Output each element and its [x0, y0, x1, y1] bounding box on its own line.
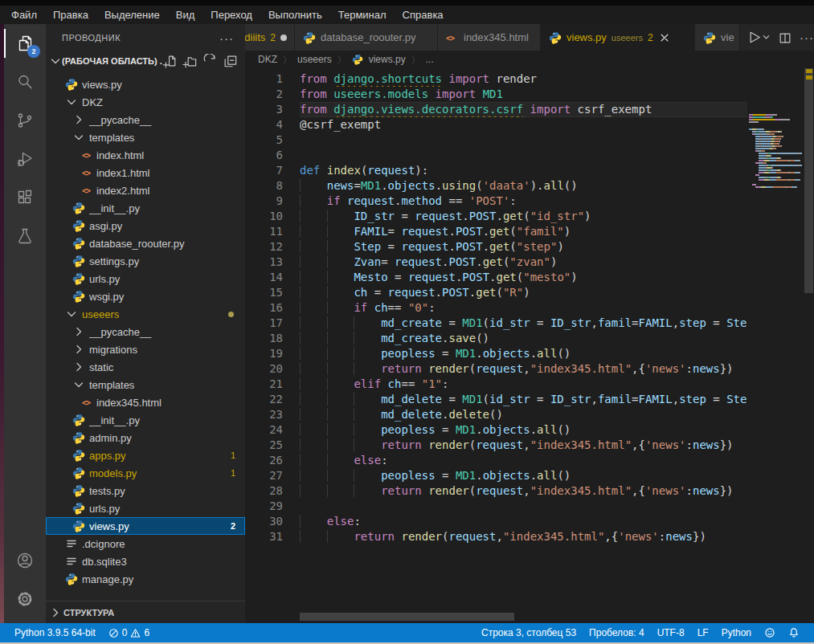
tree-file-views-py[interactable]: views.py2	[46, 517, 245, 535]
eol-status[interactable]: LF	[691, 623, 715, 642]
split-editor-button[interactable]	[778, 31, 792, 45]
problems-status[interactable]: 0 6	[102, 623, 156, 642]
line-number: 21	[245, 377, 283, 392]
workspace-section-header[interactable]: (РАБОЧАЯ ОБЛАСТЬ) ...	[46, 51, 245, 71]
tree-file-index1-html[interactable]: <>index1.html	[46, 164, 245, 181]
code-line: 21 elif ch== "1":	[245, 377, 814, 392]
more-actions-icon[interactable]: ···	[219, 31, 234, 45]
activity-extensions-button[interactable]	[4, 178, 46, 217]
breadcrumb[interactable]: DKZ〉useeers〉views.py〉...	[245, 51, 814, 68]
tree-file-index-html[interactable]: <>index.html	[46, 146, 245, 164]
code-editor[interactable]: 1from django.shortcuts import render2fro…	[245, 68, 814, 623]
notifications-bell-icon[interactable]	[782, 623, 806, 642]
tree-file-index345-html[interactable]: <>index345.html	[46, 393, 245, 411]
code-token	[381, 377, 387, 390]
new-file-icon[interactable]	[162, 54, 177, 68]
line-number: 17	[245, 316, 283, 331]
tree-folder-DKZ[interactable]: DKZ	[46, 93, 245, 111]
tree-item-label: static	[89, 361, 245, 373]
breadcrumb-item-3[interactable]: ...	[426, 54, 434, 65]
encoding-status[interactable]: UTF-8	[651, 623, 691, 642]
code-line: 4@csrf_exempt	[245, 117, 814, 132]
vertical-scrollbar-thumb[interactable]	[804, 68, 813, 293]
tree-file--init-py[interactable]: __init__.py	[46, 411, 245, 429]
minimap[interactable]	[749, 114, 804, 189]
tab-diiits[interactable]: diiits2	[245, 24, 295, 51]
menu-item-2[interactable]: Выделение	[96, 6, 168, 24]
breadcrumb-separator: 〉	[283, 54, 292, 66]
tree-file-manage-py[interactable]: manage.py	[46, 570, 245, 588]
cursor-position-status[interactable]: Строка 3, столбец 53	[475, 623, 583, 642]
tree-folder--pycache-[interactable]: __pycache__	[46, 323, 245, 340]
tree-file-views-py[interactable]: views.py	[46, 75, 245, 93]
horizontal-scrollbar-thumb[interactable]	[300, 613, 514, 621]
tab-database-roouter-py[interactable]: database_roouter.py	[295, 24, 438, 51]
tree-folder-templates[interactable]: templates	[46, 128, 245, 146]
run-python-file-button[interactable]	[747, 30, 771, 45]
refresh-explorer-icon[interactable]	[202, 54, 217, 68]
python-file-icon	[72, 449, 85, 462]
minimap-token	[749, 177, 759, 178]
breadcrumb-item-0[interactable]: DKZ	[258, 54, 277, 65]
tab-vie[interactable]: vie	[695, 24, 740, 51]
tree-folder-static[interactable]: static	[46, 358, 245, 376]
tree-file-database-roouter-py[interactable]: database_roouter.py	[46, 234, 245, 252]
tree-file-admin-py[interactable]: admin.py	[46, 429, 245, 446]
line-number: 31	[245, 529, 283, 544]
python-interpreter-status[interactable]: Python 3.9.5 64-bit	[8, 623, 102, 642]
language-mode-status[interactable]: Python	[715, 623, 758, 642]
breadcrumb-item-1[interactable]: useeers	[297, 54, 332, 65]
activity-testing-button[interactable]	[4, 217, 46, 255]
tree-file-models-py[interactable]: models.py1	[46, 464, 245, 482]
activity-explorer-button[interactable]: 2	[4, 24, 46, 63]
code-token	[300, 332, 381, 344]
tree-file--init-py[interactable]: __init__.py	[46, 199, 245, 217]
breadcrumb-item-2[interactable]: views.py	[369, 54, 406, 65]
tree-file-settings-py[interactable]: settings.py	[46, 252, 245, 270]
activity-search-button[interactable]	[4, 63, 46, 101]
tab-views-py[interactable]: views.pyuseeers2	[541, 24, 695, 51]
code-token: ID_str	[550, 393, 591, 406]
tree-file-index2-html[interactable]: <>index2.html	[46, 181, 245, 199]
tree-file-tests-py[interactable]: tests.py	[46, 482, 245, 499]
feedback-smiley-icon[interactable]	[758, 623, 782, 642]
tree-file-urls-py[interactable]: urls.py	[46, 270, 245, 287]
tree-file-asgi-py[interactable]: asgi.py	[46, 217, 245, 234]
menu-item-5[interactable]: Выполнить	[260, 6, 330, 24]
tree-file-wsgi-py[interactable]: wsgi.py	[46, 287, 245, 305]
tree-folder-templates[interactable]: templates	[46, 376, 245, 393]
tree-file-apps-py[interactable]: apps.py1	[46, 446, 245, 464]
menu-item-1[interactable]: Правка	[45, 6, 96, 24]
activity-settings-button[interactable]	[4, 580, 46, 618]
tree-file--dcignore[interactable]: .dcignore	[46, 535, 245, 552]
code-token: request	[476, 484, 523, 497]
code-token	[300, 438, 381, 451]
new-folder-icon[interactable]	[182, 54, 197, 68]
close-icon[interactable]	[658, 31, 671, 44]
more-actions-icon[interactable]: ···	[800, 31, 814, 44]
menu-item-7[interactable]: Справка	[395, 6, 452, 24]
python-file-icon	[72, 520, 85, 532]
tree-file-db-sqlite3[interactable]: db.sqlite3	[46, 552, 245, 570]
code-token: get	[483, 255, 503, 268]
indentation-status[interactable]: Пробелов: 4	[583, 623, 651, 642]
outline-section-header[interactable]: СТРУКТУРА	[46, 601, 245, 623]
activity-account-button[interactable]	[4, 541, 46, 580]
menu-item-4[interactable]: Переход	[202, 6, 260, 24]
code-token: step	[679, 316, 706, 329]
menu-item-6[interactable]: Терминал	[330, 6, 395, 24]
vertical-scrollbar[interactable]	[804, 68, 814, 623]
activity-run-and-debug-button[interactable]	[4, 140, 46, 178]
menu-item-0[interactable]: Файл	[3, 6, 45, 24]
menu-item-3[interactable]: Вид	[168, 6, 203, 24]
tree-folder-useeers[interactable]: useeers	[46, 305, 245, 323]
tree-folder-migrations[interactable]: migrations	[46, 340, 245, 358]
collapse-folders-icon[interactable]	[223, 54, 237, 68]
activity-source-control-button[interactable]	[4, 101, 46, 140]
code-token: objects	[388, 179, 436, 192]
tree-file-urls-py[interactable]: urls.py	[46, 499, 245, 517]
tree-folder--pycache-[interactable]: __pycache__	[46, 111, 245, 128]
minimap-token	[749, 169, 759, 171]
tab-index345-html[interactable]: <>index345.html	[438, 24, 541, 51]
code-token: ,	[673, 393, 679, 406]
